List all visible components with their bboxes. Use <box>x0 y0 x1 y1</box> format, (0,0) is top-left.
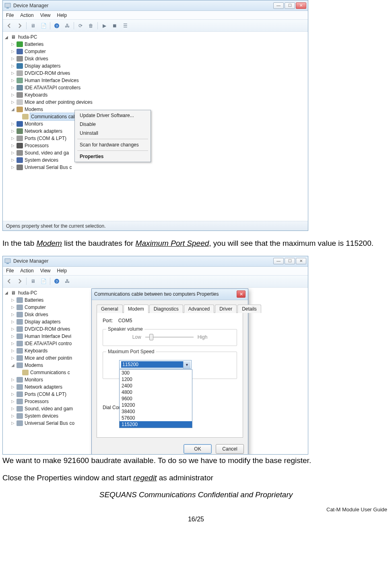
expand-icon[interactable]: ▷ <box>11 405 15 412</box>
combobox-option[interactable]: 115200 <box>120 421 192 428</box>
ok-button[interactable]: OK <box>184 444 212 454</box>
computer-icon[interactable]: 🖥 <box>29 22 37 30</box>
dialog-tab[interactable]: General <box>97 305 123 313</box>
expand-icon[interactable]: ▷ <box>11 55 15 62</box>
expand-icon[interactable]: ▷ <box>11 120 15 128</box>
cancel-button[interactable]: Cancel <box>216 444 244 454</box>
expand-icon[interactable]: ▷ <box>11 99 15 106</box>
expand-icon[interactable]: ▷ <box>11 347 15 354</box>
help-icon[interactable]: ? <box>53 277 61 285</box>
back-icon[interactable] <box>5 22 13 30</box>
menu-file[interactable]: File <box>6 268 14 274</box>
expand-icon[interactable]: ▷ <box>11 318 15 325</box>
expand-icon[interactable]: ▷ <box>11 62 15 70</box>
context-menu-item[interactable]: Scan for hardware changes <box>76 140 150 149</box>
close-button[interactable]: ✕ <box>296 2 306 9</box>
update-icon[interactable]: ⟳ <box>76 22 85 30</box>
expand-icon[interactable]: ▷ <box>11 340 15 347</box>
expand-icon[interactable]: ▷ <box>11 70 15 77</box>
menu-action[interactable]: Action <box>20 12 33 18</box>
combobox-option[interactable]: 1200 <box>120 376 192 383</box>
expand-icon[interactable]: ▷ <box>11 77 15 84</box>
device-tree[interactable]: ◢ 🖥 huda-PC ▷Batteries▷Computer▷Disk dri… <box>3 288 308 454</box>
volume-slider[interactable] <box>145 337 194 338</box>
expand-icon[interactable]: ▷ <box>11 296 15 304</box>
menu-file[interactable]: File <box>6 12 14 18</box>
tree-item[interactable]: ▷Keyboards <box>11 91 306 99</box>
combobox-option[interactable]: 4800 <box>120 389 192 395</box>
expand-icon[interactable]: ▷ <box>11 383 15 391</box>
expand-icon[interactable]: ▷ <box>11 135 15 142</box>
menu-help[interactable]: Help <box>57 12 67 18</box>
context-menu-item[interactable]: Properties <box>76 152 150 161</box>
tree-sub-item[interactable]: Communications cable between two compute… <box>22 113 306 120</box>
help-icon[interactable]: ? <box>53 22 61 30</box>
forward-icon[interactable] <box>16 277 24 285</box>
tree-item[interactable]: ▷IDE ATA/ATAPI controllers <box>11 84 306 91</box>
menu-action[interactable]: Action <box>20 268 33 274</box>
forward-icon[interactable] <box>16 22 24 30</box>
tree-item[interactable]: ▷Network adapters <box>11 128 306 135</box>
expand-icon[interactable]: ▷ <box>11 376 15 383</box>
tree-item[interactable]: ▷DVD/CD-ROM drives <box>11 70 306 77</box>
menu-view[interactable]: View <box>40 12 51 18</box>
expand-icon[interactable]: ▷ <box>11 128 15 135</box>
expand-icon[interactable]: ▷ <box>11 354 15 362</box>
tree-item[interactable]: ▷Computer <box>11 48 306 55</box>
tree-item[interactable]: ▷Sound, video and ga <box>11 149 306 156</box>
tree-item[interactable]: ▷Batteries <box>11 41 306 48</box>
maximize-button[interactable]: ☐ <box>285 258 295 264</box>
expand-icon[interactable]: ▷ <box>11 84 15 91</box>
tree-root-label[interactable]: huda-PC <box>18 290 37 296</box>
tree-item[interactable]: ▷Display adapters <box>11 62 306 70</box>
scan-icon[interactable]: 🖧 <box>63 22 71 30</box>
menu-view[interactable]: View <box>40 268 51 274</box>
tree-item[interactable]: ▷Processors <box>11 142 306 149</box>
expand-icon[interactable]: ▷ <box>11 156 15 164</box>
combobox-option[interactable]: 9600 <box>120 395 192 402</box>
combobox-option[interactable]: 38400 <box>120 408 192 415</box>
disable-icon[interactable]: ⏹ <box>111 22 119 30</box>
expand-icon[interactable]: ▷ <box>11 311 15 318</box>
tree-root-label[interactable]: huda-PC <box>18 34 37 40</box>
expand-icon[interactable]: ▷ <box>11 420 15 427</box>
tree-item[interactable]: ▷Mice and other pointing devices <box>11 99 306 106</box>
combobox-option[interactable]: 2400 <box>120 383 192 389</box>
tree-item[interactable]: ▷Monitors <box>11 120 306 128</box>
collapse-icon[interactable]: ◢ <box>4 290 8 295</box>
menu-help[interactable]: Help <box>57 268 67 274</box>
context-menu-item[interactable]: Disable <box>76 120 150 129</box>
expand-icon[interactable]: ▷ <box>11 325 15 333</box>
dialog-tab[interactable]: Details <box>237 305 261 313</box>
chevron-down-icon[interactable]: ▼ <box>183 361 190 368</box>
max-port-speed-combobox[interactable]: 115200 ▼ 3001200240048009600192003840057… <box>119 360 192 369</box>
expand-icon[interactable]: ◢ <box>11 362 15 369</box>
back-icon[interactable] <box>5 277 13 285</box>
expand-icon[interactable]: ▷ <box>11 48 15 55</box>
tree-item[interactable]: ◢Modems <box>11 106 306 113</box>
dialog-close-button[interactable]: ✕ <box>237 290 246 298</box>
expand-icon[interactable]: ▷ <box>11 391 15 398</box>
combobox-option[interactable]: 57600 <box>120 415 192 421</box>
expand-icon[interactable]: ▷ <box>11 164 15 171</box>
dialog-tab[interactable]: Diagnostics <box>149 305 183 313</box>
uninstall-icon[interactable]: 🗑 <box>87 22 95 30</box>
tree-icon[interactable]: ☰ <box>121 22 129 30</box>
combobox-dropdown[interactable]: 3001200240048009600192003840057600115200 <box>119 369 192 428</box>
dialog-tab[interactable]: Driver <box>215 305 237 313</box>
expand-icon[interactable]: ▷ <box>11 41 15 48</box>
dialog-tab[interactable]: Advanced <box>184 305 214 313</box>
combobox-option[interactable]: 19200 <box>120 402 192 408</box>
enable-icon[interactable]: ▶ <box>100 22 108 30</box>
minimize-button[interactable]: — <box>273 2 284 9</box>
expand-icon[interactable]: ◢ <box>11 106 15 113</box>
expand-icon[interactable]: ▷ <box>11 304 15 311</box>
device-tree[interactable]: ◢ 🖥 huda-PC ▷Batteries▷Computer▷Disk dri… <box>3 32 308 221</box>
collapse-icon[interactable]: ◢ <box>4 35 8 39</box>
expand-icon[interactable]: ▷ <box>11 398 15 405</box>
computer-icon[interactable]: 🖥 <box>29 277 37 285</box>
tree-item[interactable]: ▷Ports (COM & LPT) <box>11 135 306 142</box>
scan-icon[interactable]: 🖧 <box>63 277 71 285</box>
expand-icon[interactable]: ▷ <box>11 91 15 99</box>
expand-icon[interactable]: ▷ <box>11 333 15 340</box>
